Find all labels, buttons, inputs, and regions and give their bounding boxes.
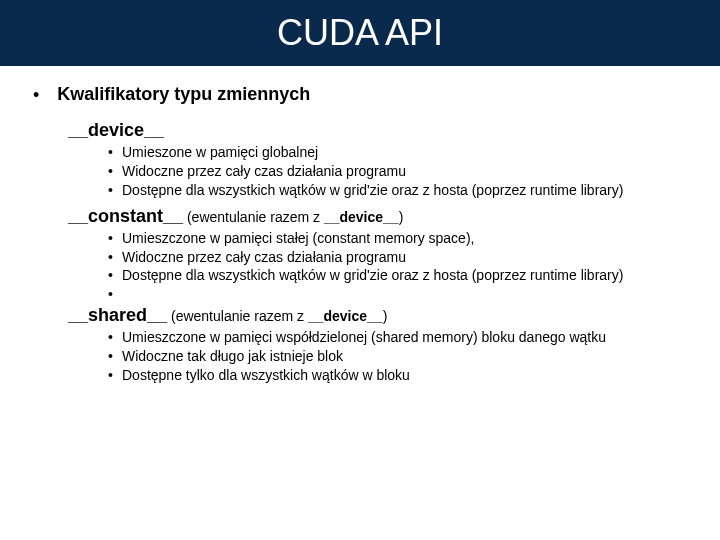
slide-title: CUDA API: [0, 0, 720, 66]
section-constant: __constant__ (ewentulanie razem z __devi…: [68, 206, 702, 300]
main-heading: Kwalifikatory typu zmiennych: [57, 84, 310, 106]
list-item: Dostępne dla wszystkich wątków w grid'zi…: [108, 181, 702, 200]
paren-bold: __device__: [308, 308, 383, 324]
paren-text: ): [399, 209, 404, 225]
sub-list: Umieszczone w pamięci współdzielonej (sh…: [108, 328, 702, 385]
section-title: __constant__: [68, 206, 183, 226]
list-item: Dostępne tylko dla wszystkich wątków w b…: [108, 366, 702, 385]
section-title: __shared__: [68, 305, 167, 325]
list-item: Umieszczone w pamięci stałej (constant m…: [108, 229, 702, 248]
section-device: __device__ Umieszone w pamięci globalnej…: [68, 120, 702, 200]
sub-list: Umieszone w pamięci globalnej Widoczne p…: [108, 143, 702, 200]
list-item: Widoczne przez cały czas działania progr…: [108, 162, 702, 181]
main-bullet: • Kwalifikatory typu zmiennych: [33, 84, 702, 106]
list-item: Dostępne dla wszystkich wątków w grid'zi…: [108, 266, 702, 285]
paren-bold: __device__: [324, 209, 399, 225]
paren-text: ): [383, 308, 388, 324]
empty-bullet: [108, 285, 702, 299]
section-title: __device__: [68, 120, 164, 140]
paren-text: (ewentulanie razem z: [167, 308, 308, 324]
slide-content: • Kwalifikatory typu zmiennych __device_…: [0, 66, 720, 385]
bullet-icon: •: [33, 84, 39, 106]
paren-text: (ewentulanie razem z: [183, 209, 324, 225]
list-item: Widoczne tak długo jak istnieje blok: [108, 347, 702, 366]
list-item: Widoczne przez cały czas działania progr…: [108, 248, 702, 267]
section-shared: __shared__ (ewentulanie razem z __device…: [68, 305, 702, 385]
list-item: Umieszone w pamięci globalnej: [108, 143, 702, 162]
sub-list: Umieszczone w pamięci stałej (constant m…: [108, 229, 702, 300]
list-item: Umieszczone w pamięci współdzielonej (sh…: [108, 328, 702, 347]
